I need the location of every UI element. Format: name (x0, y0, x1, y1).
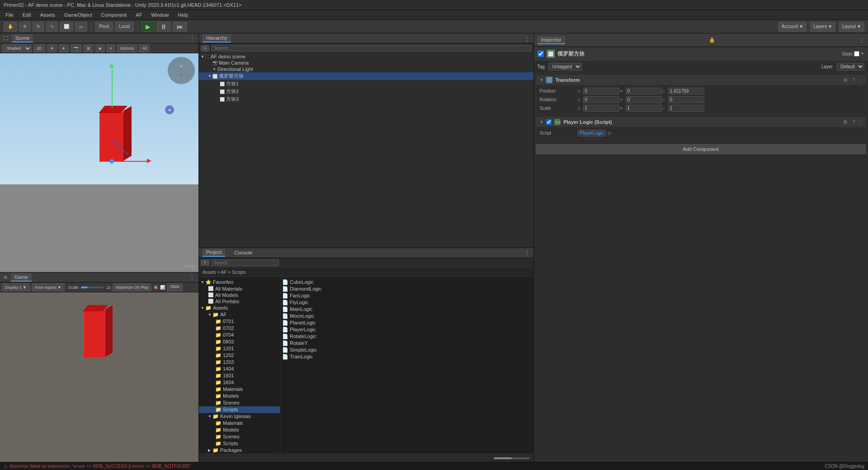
folder-1404[interactable]: 📁 1404 (199, 366, 280, 372)
shading-dropdown[interactable]: Shaded (2, 44, 32, 52)
hierarchy-dir-light[interactable]: ☀ Directional Light (199, 66, 533, 72)
stats-btn[interactable]: Stats (167, 283, 183, 291)
all-materials-item[interactable]: ⬜ All Materials (199, 286, 280, 292)
rot-x-input[interactable] (583, 96, 619, 103)
zoom-slider[interactable] (494, 457, 530, 459)
packages-folder[interactable]: ▶ 📁 Packages (199, 447, 280, 454)
script-playerlogic[interactable]: 📄 PlayerLogic (280, 326, 533, 333)
pivot-btn[interactable]: Pivot (95, 22, 113, 32)
all-prefabs-item[interactable]: ⬜ All Prefabs (199, 298, 280, 305)
script-flylogic[interactable]: 📄 FlyLogic (280, 299, 533, 306)
script-simplelogic[interactable]: 📄 SimpleLogic (280, 347, 533, 353)
folder-1203[interactable]: 📁 1203 (199, 359, 280, 366)
game-tab[interactable]: Game (11, 273, 32, 282)
player-logic-enabled[interactable] (546, 119, 552, 125)
project-search[interactable] (211, 259, 279, 266)
hand-tool[interactable]: ✋ (4, 22, 17, 32)
all-models-item[interactable]: ⬜ All Models (199, 292, 280, 298)
player-logic-header[interactable]: ▼ C# Player Logic (Script) ⚙ ? ⋮ (536, 117, 866, 127)
hierarchy-options[interactable]: ⋮ (524, 35, 530, 42)
tag-dropdown[interactable]: Untagged (548, 63, 582, 70)
create-btn[interactable]: + (201, 45, 209, 52)
object-active-checkbox[interactable] (538, 51, 544, 57)
console-tab[interactable]: Console (231, 249, 256, 256)
folder-1202[interactable]: 📁 1202 (199, 352, 280, 359)
script-rotatelogic[interactable]: 📄 RotateLogic (280, 333, 533, 340)
static-checkbox[interactable] (854, 51, 859, 56)
hierarchy-main-camera[interactable]: 📷 Main Camera (199, 60, 533, 66)
project-options[interactable]: ⋮ (524, 249, 530, 256)
rot-z-input[interactable] (668, 96, 704, 103)
layout-dropdown[interactable]: Layout ▼ (839, 22, 864, 32)
script-cubelogic[interactable]: 📄 CubeLogic (280, 279, 533, 286)
inspector-options[interactable]: ⋮ (859, 37, 864, 43)
menu-help[interactable]: Help (175, 11, 192, 19)
script-diamondlogic[interactable]: 📄 DiamondLogic (280, 286, 533, 292)
game-canvas[interactable] (0, 292, 198, 462)
scale-slider[interactable] (81, 287, 104, 288)
local-btn[interactable]: Local (115, 22, 134, 32)
fx-btn[interactable]: ✦ (59, 44, 69, 52)
menu-gameobject[interactable]: GameObject (61, 11, 96, 19)
layers2-btn[interactable]: ≡ (107, 44, 115, 52)
layers-dropdown[interactable]: Layers ▼ (810, 22, 835, 32)
hierarchy-scene[interactable]: ▼ ⛶ AF demo scene (199, 53, 533, 60)
menu-af[interactable]: AF (132, 11, 146, 19)
inspector-lock[interactable]: 🔒 (709, 37, 715, 43)
folder-1601[interactable]: 📁 1601 (199, 372, 280, 379)
scale-z-input[interactable] (668, 105, 704, 112)
project-tab[interactable]: Project (203, 249, 225, 257)
lighting-btn[interactable]: ☀ (47, 44, 57, 52)
gizmos-btn[interactable]: Gizmos (117, 44, 137, 52)
menu-component[interactable]: Component (97, 11, 130, 19)
folder-1201[interactable]: 📁 1201 (199, 345, 280, 352)
hierarchy-cube-selected[interactable]: ▼ ⬜ 俄罗斯方块 (199, 72, 533, 80)
kevin-materials[interactable]: 📁 Materials (199, 420, 280, 427)
all-btn[interactable]: All (139, 44, 150, 52)
player-logic-gear[interactable]: ⚙ (843, 119, 848, 125)
menu-edit[interactable]: Edit (19, 11, 35, 19)
folder-models[interactable]: 📁 Models (199, 393, 280, 400)
script-fanlogic[interactable]: 📄 FanLogic (280, 292, 533, 299)
transform-help[interactable]: ? (852, 78, 855, 83)
account-dropdown[interactable]: Account ▼ (778, 22, 807, 32)
assets-folder[interactable]: ▼ 📁 Assets (199, 305, 280, 311)
script-moonlogic[interactable]: 📄 MoonLogic (280, 313, 533, 320)
folder-0701[interactable]: 📁 0701 (199, 318, 280, 325)
transform-header[interactable]: ▼ ↔ Transform ⚙ ? ⋮ (536, 75, 866, 85)
kevin-models[interactable]: 📁 Models (199, 427, 280, 433)
transform-more[interactable]: ⋮ (858, 78, 862, 83)
rect-tool[interactable]: ⬜ (60, 22, 73, 32)
pause-btn[interactable]: ⏸ (156, 22, 171, 32)
maximize-btn[interactable]: Maximize On Play (113, 283, 152, 291)
hierarchy-search[interactable] (211, 45, 531, 52)
favorites-folder[interactable]: ▼ ⭐ Favorites (199, 279, 280, 286)
aspect-dropdown[interactable]: Free Aspect▼ (32, 283, 65, 291)
move-tool[interactable]: ✛ (19, 22, 31, 32)
hierarchy-tab[interactable]: Hierarchy (203, 34, 231, 42)
pos-y-input[interactable] (626, 88, 662, 94)
project-create-btn[interactable]: + (201, 259, 209, 266)
hierarchy-cube1[interactable]: ⬜ 方块1 (199, 80, 533, 88)
script-planetlogic[interactable]: 📄 PlanetLogic (280, 320, 533, 326)
folder-0704[interactable]: 📁 0704 (199, 332, 280, 338)
transform-gear[interactable]: ⚙ (843, 77, 848, 83)
folder-0702[interactable]: 📁 0702 (199, 325, 280, 332)
player-logic-more[interactable]: ⋮ (858, 120, 862, 125)
pos-x-input[interactable] (583, 88, 619, 94)
folder-materials[interactable]: 📁 Materials (199, 386, 280, 393)
step-btn[interactable]: ⏭ (173, 22, 187, 32)
scale-tool[interactable]: ⤡ (46, 22, 58, 32)
folder-0803[interactable]: 📁 0803 (199, 338, 280, 345)
script-mainlogic[interactable]: 📄 MainLogic (280, 306, 533, 313)
object-name[interactable]: 俄罗斯方块 (557, 50, 585, 58)
script-target-icon[interactable]: ⊙ (608, 131, 611, 136)
kevin-folder[interactable]: ▼ 📁 Kevin Iglesias (199, 413, 280, 420)
display-dropdown[interactable]: Display 1▼ (2, 283, 30, 291)
scale-y-input[interactable] (626, 105, 662, 112)
folder-scenes[interactable]: 📁 Scenes (199, 400, 280, 406)
camera-view-btn[interactable]: 📷 (71, 44, 82, 52)
pos-z-input[interactable] (668, 88, 704, 94)
scene-options[interactable]: ⋮ (189, 35, 195, 42)
kevin-scenes[interactable]: 📁 Scenes (199, 433, 280, 440)
